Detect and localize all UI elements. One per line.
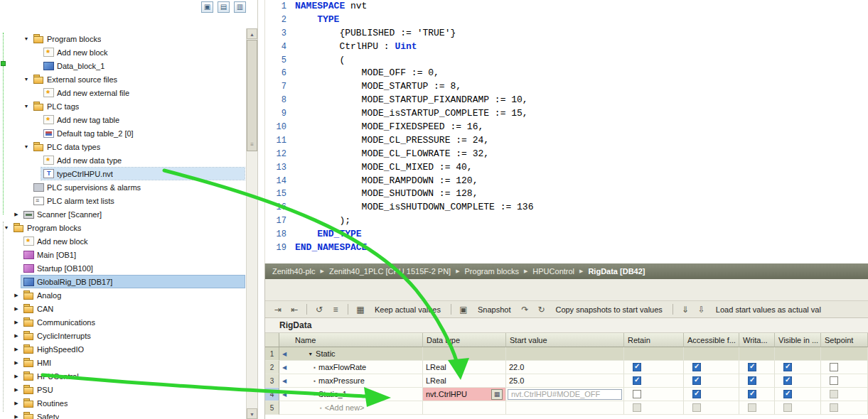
toolbar-label-load-start-values-as-actual-val[interactable]: Load start values as actual val bbox=[716, 305, 821, 314]
collapse-icon[interactable]: ▼ bbox=[1, 225, 11, 230]
table-row[interactable]: 2◀▪maxFlowRateLReal22.0 bbox=[265, 361, 868, 374]
tree-item-analog[interactable]: ▶Analog bbox=[0, 288, 246, 302]
checkbox-retain[interactable] bbox=[633, 390, 641, 398]
copy-snapshot-icon[interactable]: ↷ bbox=[518, 303, 532, 316]
checkbox-accessible[interactable] bbox=[692, 390, 701, 398]
checkbox-writable[interactable] bbox=[748, 390, 756, 398]
row-number[interactable]: 4 bbox=[265, 388, 279, 401]
tree-item-add-new-tag-table[interactable]: Add new tag table bbox=[0, 113, 246, 126]
checkbox-retain[interactable] bbox=[633, 363, 641, 371]
tree-item-communications[interactable]: ▶Communications bbox=[0, 315, 246, 329]
tree-item-scanner-scanner[interactable]: ▶Scanner [Scanner] bbox=[0, 207, 246, 221]
checkbox-retain[interactable] bbox=[633, 376, 641, 385]
collapse-icon[interactable]: ▼ bbox=[308, 352, 313, 357]
tree-item-default-tag-table-2-0[interactable]: Default tag table_2 [0] bbox=[0, 126, 246, 140]
tree-scrollbar[interactable]: ▲ ▼ bbox=[246, 28, 257, 419]
expand-icon[interactable]: ▶ bbox=[11, 333, 21, 339]
checkbox-visible[interactable] bbox=[783, 376, 792, 385]
column-header-start-value[interactable]: Start value bbox=[506, 333, 624, 347]
snapshot-icon[interactable]: ▣ bbox=[456, 303, 471, 316]
expand-icon[interactable]: ▶ bbox=[11, 306, 21, 312]
table-row[interactable]: 1◀▼Static bbox=[265, 347, 868, 361]
tree-item-add-new-block[interactable]: Add new block bbox=[0, 45, 246, 59]
cell-name[interactable]: ◀▪Static_1 bbox=[279, 388, 423, 401]
column-header-data-type[interactable]: Data type bbox=[423, 333, 506, 347]
breadcrumb-item-zenith40-1plc-cpu-1515f-2-pn[interactable]: Zenith40_1PLC [CPU 1515F-2 PN] bbox=[329, 267, 451, 276]
tree-item-program-blocks[interactable]: ▼Program blocks bbox=[0, 221, 246, 234]
tree-item-safety[interactable]: ▶Safety bbox=[0, 410, 246, 419]
cell-start-value[interactable]: 25.0 bbox=[506, 374, 624, 388]
cell-name[interactable]: ◀▪maxPressure bbox=[279, 374, 423, 388]
start-value-input[interactable]: nvt.CtrlHPU#MODE_OFF bbox=[508, 389, 622, 400]
cell-data-type[interactable]: LReal bbox=[423, 374, 506, 388]
tree-item-add-new-data-type[interactable]: Add new data type bbox=[0, 153, 246, 167]
tree-item-can[interactable]: ▶CAN bbox=[0, 302, 246, 315]
toolbar-label-keep-actual-values[interactable]: Keep actual values bbox=[375, 305, 441, 314]
tree-item-startup-ob100[interactable]: Startup [OB100] bbox=[0, 261, 246, 275]
tree-item-hpucontrol[interactable]: ▶HPUControl bbox=[0, 369, 246, 383]
table-row[interactable]: 5▪<Add new> bbox=[265, 401, 868, 415]
column-header-writa[interactable]: Writa... bbox=[739, 333, 775, 347]
tree-item-data-block-1[interactable]: Data_block_1 bbox=[0, 59, 246, 72]
expand-icon[interactable]: ▶ bbox=[11, 347, 21, 352]
cell-data-type[interactable]: LReal bbox=[423, 361, 506, 374]
table-row[interactable]: 4◀▪Static_1nvt.CtrlHPU▦nvt.CtrlHPU#MODE_… bbox=[265, 388, 868, 401]
tree-item-plc-alarm-text-lists[interactable]: PLC alarm text lists bbox=[0, 194, 246, 207]
load-start-values-icon[interactable]: ⇓ bbox=[678, 303, 692, 316]
expand-icon[interactable]: ▶ bbox=[11, 387, 21, 393]
tree-item-globalrig-db-db17[interactable]: GlobalRig_DB [DB17] bbox=[0, 275, 246, 288]
column-header-name[interactable]: Name bbox=[279, 333, 423, 347]
tree-item-highspeedio[interactable]: ▶HighSpeedIO bbox=[0, 342, 246, 356]
checkbox-visible[interactable] bbox=[783, 363, 792, 371]
copy-snapshot-all-icon[interactable]: ↻ bbox=[534, 303, 548, 316]
expand-icon[interactable]: ▶ bbox=[11, 360, 21, 366]
load-values-icon[interactable]: ⇩ bbox=[695, 303, 709, 316]
libraries-icon[interactable]: ▥ bbox=[234, 1, 246, 13]
tree-item-cyclicinterrupts[interactable]: ▶CyclicInterrupts bbox=[0, 329, 246, 342]
column-header-accessible-f[interactable]: Accessible f... bbox=[684, 333, 739, 347]
tree-item-plc-data-types[interactable]: ▼PLC data types bbox=[0, 140, 246, 153]
detail-view-icon[interactable]: ▣ bbox=[201, 1, 213, 13]
tree-item-add-new-block[interactable]: Add new block bbox=[0, 234, 246, 248]
scroll-down-icon[interactable]: ▼ bbox=[247, 408, 257, 419]
checkbox-writable[interactable] bbox=[748, 376, 756, 385]
expand-icon[interactable]: ▶ bbox=[11, 401, 21, 406]
breadcrumb-item-hpucontrol[interactable]: HPUControl bbox=[532, 267, 574, 276]
row-number[interactable]: 5 bbox=[265, 401, 279, 415]
table-row[interactable]: 3◀▪maxPressureLReal25.0 bbox=[265, 374, 868, 388]
toolbar-label-snapshot[interactable]: Snapshot bbox=[478, 305, 510, 314]
expand-icon[interactable]: ▶ bbox=[11, 293, 21, 298]
collapse-icon[interactable]: ▼ bbox=[21, 104, 31, 109]
tree-item-hmi[interactable]: ▶HMI bbox=[0, 356, 246, 369]
column-header-setpoint[interactable]: Setpoint bbox=[821, 333, 868, 347]
overview-icon[interactable]: ▤ bbox=[218, 1, 230, 13]
add-row-icon[interactable]: ⇤ bbox=[287, 303, 301, 316]
data-type-browse-button[interactable]: ▦ bbox=[491, 389, 503, 400]
expand-icon[interactable]: ▶ bbox=[11, 374, 21, 379]
checkbox-visible[interactable] bbox=[783, 390, 792, 398]
expand-icon[interactable]: ▶ bbox=[11, 320, 21, 325]
checkbox-accessible[interactable] bbox=[692, 376, 701, 385]
tree-item-typectrlhpu-nvt[interactable]: typeCtrlHPU.nvt bbox=[0, 167, 246, 180]
tree-item-external-source-files[interactable]: ▼External source files bbox=[0, 72, 246, 86]
tree-item-plc-supervisions-alarms[interactable]: PLC supervisions & alarms bbox=[0, 180, 246, 194]
breadcrumb-item-program-blocks[interactable]: Program blocks bbox=[465, 267, 519, 276]
cell-start-value[interactable] bbox=[506, 401, 624, 415]
cell-start-value[interactable]: nvt.CtrlHPU#MODE_OFF bbox=[506, 388, 624, 401]
toolbar-label-copy-snapshots-to-start-values[interactable]: Copy snapshots to start values bbox=[555, 305, 662, 314]
collapse-icon[interactable]: ▼ bbox=[21, 36, 31, 41]
cell-data-type[interactable] bbox=[423, 347, 506, 361]
scroll-up-icon[interactable]: ▲ bbox=[247, 28, 257, 39]
reset-start-values-icon[interactable]: ↺ bbox=[312, 303, 326, 316]
row-number[interactable]: 3 bbox=[265, 374, 279, 388]
collapse-icon[interactable]: ▼ bbox=[21, 144, 31, 149]
source-code-editor[interactable]: 1NAMESPACE nvt2 TYPE3 {PUBLISHED := 'TRU… bbox=[264, 0, 868, 263]
keep-actual-values-icon[interactable]: ▦ bbox=[353, 303, 368, 316]
row-number[interactable]: 1 bbox=[265, 347, 279, 361]
tree-item-plc-tags[interactable]: ▼PLC tags bbox=[0, 99, 246, 113]
checkbox-setpoint[interactable] bbox=[830, 363, 838, 371]
breadcrumb-item-zenith40-plc[interactable]: Zenith40-plc bbox=[272, 267, 316, 276]
scrollbar-thumb[interactable] bbox=[247, 40, 257, 151]
tree-item-routines[interactable]: ▶Routines bbox=[0, 396, 246, 410]
expand-members-icon[interactable]: ≡ bbox=[328, 303, 343, 316]
